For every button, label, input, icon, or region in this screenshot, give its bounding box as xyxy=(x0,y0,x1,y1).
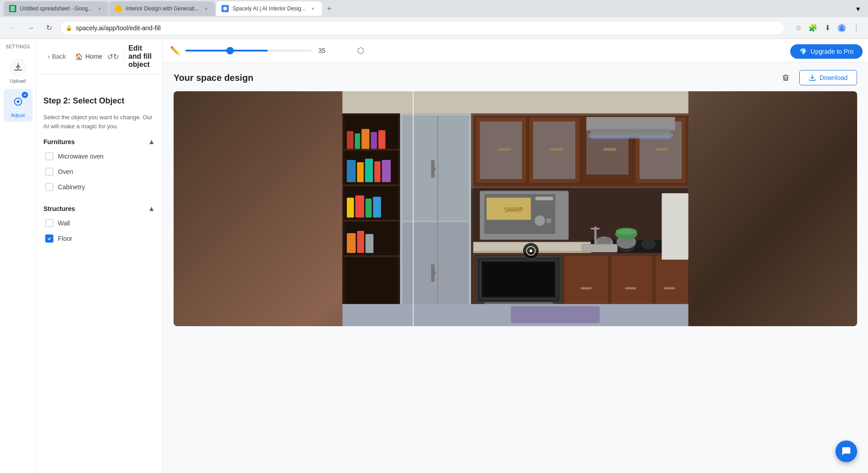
eraser-icon[interactable]: ⬡ xyxy=(357,46,364,56)
structure-floor-item[interactable]: Floor xyxy=(43,232,155,245)
furnitures-header: Furnitures ▲ xyxy=(43,138,155,146)
svg-rect-96 xyxy=(625,287,636,290)
svg-rect-27 xyxy=(382,160,391,182)
download-browser-button[interactable]: ⬇ xyxy=(821,22,834,34)
svg-rect-32 xyxy=(347,233,356,253)
upgrade-area: 💎 Upgrade to Pro xyxy=(785,39,868,64)
design-title: Your space design xyxy=(174,73,253,83)
svg-point-73 xyxy=(642,240,655,249)
download-button[interactable]: Download xyxy=(799,70,857,85)
chat-widget-button[interactable] xyxy=(835,440,857,462)
brush-value-display: 35 xyxy=(316,47,328,54)
adjust-icon xyxy=(13,96,24,107)
tab-sheets[interactable]: Untitled spreadsheet - Goog... × xyxy=(4,1,108,16)
address-bar[interactable]: 🔒 spacely.ai/app/tool/edit-and-fill xyxy=(60,21,785,35)
svg-rect-56 xyxy=(586,117,675,130)
svg-rect-24 xyxy=(357,162,364,182)
extension-button[interactable]: 🧩 xyxy=(807,22,819,34)
structures-section: Structures ▲ Wall Floor xyxy=(43,205,155,245)
redo-button[interactable]: ↻ xyxy=(113,49,119,64)
tab-gemini-close[interactable]: × xyxy=(203,5,210,12)
svg-rect-16 xyxy=(342,220,400,222)
sidebar-item-upload[interactable]: Upload xyxy=(4,55,33,87)
gemini-favicon xyxy=(115,5,122,12)
oven-checkbox[interactable] xyxy=(45,168,53,176)
svg-rect-31 xyxy=(373,197,381,218)
svg-point-67 xyxy=(546,218,552,224)
furniture-microwave-item[interactable]: Microwave oven xyxy=(43,150,155,163)
furniture-cabinetry-item[interactable]: Cabinetry xyxy=(43,180,155,194)
tab-sheets-close[interactable]: × xyxy=(96,5,103,12)
svg-point-110 xyxy=(529,249,532,252)
svg-rect-22 xyxy=(378,130,386,149)
back-nav-button[interactable]: ← xyxy=(5,21,20,35)
refresh-button[interactable]: ↻ xyxy=(42,21,56,35)
page-title: Edit and fill object xyxy=(128,44,155,69)
microwave-checkbox[interactable] xyxy=(45,152,53,160)
svg-rect-105 xyxy=(511,306,599,323)
svg-rect-79 xyxy=(582,244,617,252)
microwave-label: Microwave oven xyxy=(58,153,104,160)
more-options-button[interactable]: ⋮ xyxy=(850,22,863,34)
floor-label: Floor xyxy=(58,235,72,242)
furnitures-title: Furnitures xyxy=(43,138,75,145)
svg-rect-65 xyxy=(535,197,553,201)
svg-rect-81 xyxy=(591,228,600,229)
structures-chevron[interactable]: ▲ xyxy=(148,205,155,213)
svg-rect-26 xyxy=(374,161,381,182)
wall-label: Wall xyxy=(58,220,70,227)
new-tab-button[interactable]: + xyxy=(323,2,335,15)
sheets-favicon xyxy=(9,5,16,12)
home-button[interactable]: 🏠 Home xyxy=(71,50,107,63)
svg-rect-101 xyxy=(482,262,554,297)
furniture-oven-item[interactable]: Oven xyxy=(43,165,155,178)
icon-sidebar: SETTINGS Upload Adjust xyxy=(0,39,36,473)
kitchen-scene-svg: SHARP xyxy=(174,91,857,326)
design-area: Your space design Download xyxy=(163,62,868,473)
brush-size-slider[interactable] xyxy=(185,50,312,52)
svg-rect-15 xyxy=(342,184,400,186)
svg-rect-97 xyxy=(664,287,675,290)
tab-gemini[interactable]: Interior Design with Generati... × xyxy=(109,1,215,16)
cabinetry-label: Cabinetry xyxy=(58,183,85,191)
tab-spacely-close[interactable]: × xyxy=(309,5,316,12)
svg-rect-14 xyxy=(342,149,400,151)
tab-spacely[interactable]: Spacely AI | AI Interior Desig... × xyxy=(216,1,322,16)
svg-rect-55 xyxy=(655,148,668,151)
tab-overflow-button[interactable]: ▾ xyxy=(852,2,864,15)
svg-rect-29 xyxy=(355,196,364,218)
structures-header: Structures ▲ xyxy=(43,205,155,213)
design-header: Your space design Download xyxy=(174,70,857,86)
home-icon: 🏠 xyxy=(75,53,83,60)
bookmark-button[interactable]: ☆ xyxy=(792,22,805,34)
svg-rect-36 xyxy=(402,116,469,221)
delete-button[interactable] xyxy=(778,70,794,86)
svg-rect-33 xyxy=(357,231,364,253)
object-panel: ‹ Back 🏠 Home ↺ ↻ Edit and fill object S… xyxy=(36,39,163,473)
floor-checkbox[interactable] xyxy=(45,234,53,243)
back-arrow-icon: ‹ xyxy=(48,53,50,60)
profile-button[interactable] xyxy=(835,22,848,34)
forward-nav-button[interactable]: → xyxy=(24,21,38,35)
cabinetry-checkbox[interactable] xyxy=(45,183,53,191)
back-button[interactable]: ‹ Back xyxy=(43,50,71,63)
furnitures-chevron[interactable]: ▲ xyxy=(148,138,155,146)
chat-icon xyxy=(841,446,852,457)
upgrade-button[interactable]: 💎 Upgrade to Pro xyxy=(790,44,863,59)
svg-rect-107 xyxy=(662,193,689,260)
image-canvas[interactable]: SHARP xyxy=(174,91,857,326)
svg-rect-20 xyxy=(362,129,370,149)
svg-rect-21 xyxy=(371,132,377,149)
wall-checkbox[interactable] xyxy=(45,219,53,227)
svg-rect-54 xyxy=(603,148,616,151)
svg-point-85 xyxy=(616,228,637,235)
tab-gemini-title: Interior Design with Generati... xyxy=(126,5,199,12)
undo-button[interactable]: ↺ xyxy=(107,49,113,64)
panel-description: Select the object you want to change. Ou… xyxy=(43,113,155,131)
structure-wall-item[interactable]: Wall xyxy=(43,216,155,230)
svg-rect-23 xyxy=(347,160,356,182)
svg-point-8 xyxy=(17,100,19,103)
tab-bar: Untitled spreadsheet - Goog... × Interio… xyxy=(0,0,868,17)
brush-icon: ✏️ xyxy=(170,46,180,56)
sidebar-item-adjust[interactable]: Adjust xyxy=(4,89,33,122)
